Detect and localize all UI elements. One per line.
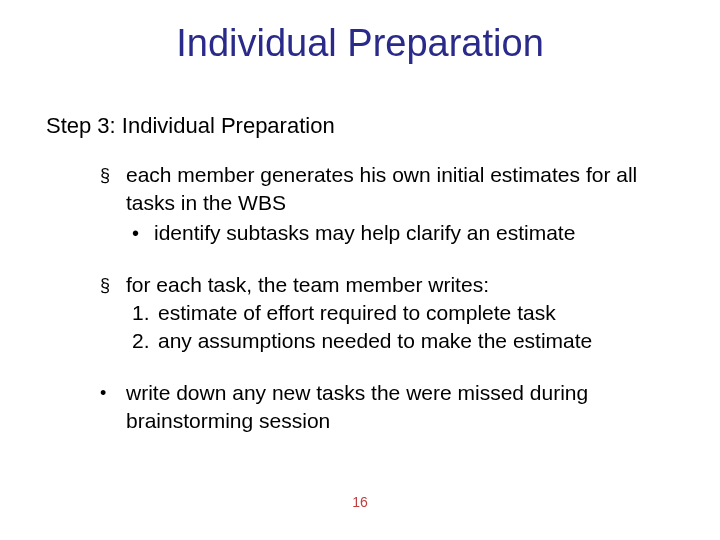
sub-bullet: • identify subtasks may help clarify an … <box>132 219 660 247</box>
bullet-content: each member generates his own initial es… <box>126 161 660 247</box>
dot-bullet-icon: • <box>132 219 154 247</box>
bullet-item: write down any new tasks the were missed… <box>100 379 660 435</box>
dot-bullet-icon <box>100 379 126 407</box>
sub-bullet-text: estimate of effort required to complete … <box>158 299 556 327</box>
number-label: 1. <box>132 299 158 327</box>
square-bullet-icon <box>100 271 126 299</box>
bullet-item: each member generates his own initial es… <box>100 161 660 247</box>
numbered-sub-bullet: 1. estimate of effort required to comple… <box>132 299 592 327</box>
bullet-text: write down any new tasks the were missed… <box>126 379 660 435</box>
bullet-content: write down any new tasks the were missed… <box>126 379 660 435</box>
bullet-list: each member generates his own initial es… <box>100 161 660 435</box>
bullet-text: each member generates his own initial es… <box>126 161 660 217</box>
square-bullet-icon <box>100 161 126 189</box>
numbered-sub-bullet: 2. any assumptions needed to make the es… <box>132 327 592 355</box>
sub-bullet-text: any assumptions needed to make the estim… <box>158 327 592 355</box>
number-label: 2. <box>132 327 158 355</box>
bullet-text: for each task, the team member writes: <box>126 271 592 299</box>
sub-bullet-text: identify subtasks may help clarify an es… <box>154 219 575 247</box>
slide: Individual Preparation Step 3: Individua… <box>0 0 720 540</box>
slide-title: Individual Preparation <box>0 0 720 65</box>
bullet-item: for each task, the team member writes: 1… <box>100 271 660 355</box>
step-heading: Step 3: Individual Preparation <box>46 113 720 139</box>
bullet-content: for each task, the team member writes: 1… <box>126 271 592 355</box>
page-number: 16 <box>0 494 720 510</box>
